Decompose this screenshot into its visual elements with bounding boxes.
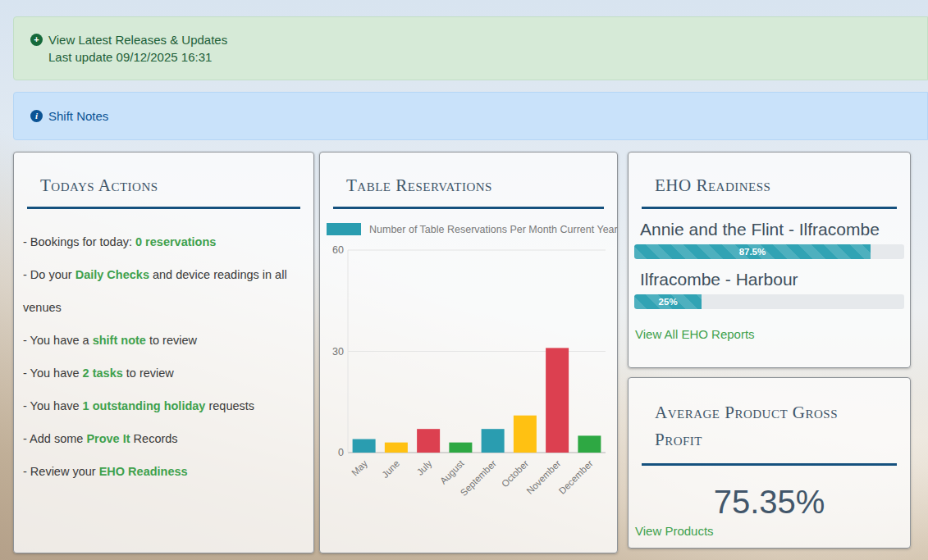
action-link[interactable]: shift note	[93, 334, 146, 347]
svg-text:October: October	[500, 458, 531, 489]
action-item: - You have 1 outstanding holiday request…	[23, 389, 302, 422]
svg-text:June: June	[380, 458, 401, 480]
todays-actions-title: Todays Actions	[40, 175, 300, 196]
venue-name: Ilfracombe - Harbour	[640, 270, 898, 289]
action-item: - Add some Prove It Records	[23, 422, 302, 455]
title-underline	[333, 207, 604, 209]
svg-text:0: 0	[338, 447, 344, 458]
progress-fill: 87.5%	[634, 244, 871, 259]
svg-text:August: August	[438, 458, 466, 485]
view-all-eho-reports-link[interactable]: View All EHO Reports	[635, 327, 755, 341]
eho-readiness-title: EHO Readiness	[655, 175, 897, 196]
eho-venues: Annie and the Flint - Ilfracombe87.5%Ilf…	[629, 220, 910, 309]
action-text: requests	[205, 399, 254, 412]
reservations-chart: Number of Table Reservations Per Month C…	[320, 223, 617, 509]
svg-text:60: 60	[332, 244, 344, 256]
action-item: - Bookings for today: 0 reservations	[23, 225, 302, 258]
table-reservations-title: Table Reservations	[346, 175, 604, 196]
gross-profit-value: 75.35%	[629, 484, 910, 521]
action-text: to review	[146, 334, 197, 347]
panels-row: Todays Actions - Bookings for today: 0 r…	[13, 152, 928, 553]
svg-text:May: May	[350, 458, 369, 478]
svg-text:December: December	[557, 458, 595, 496]
title-underline	[642, 463, 897, 466]
gross-profit-title: Average Product Gross Profit	[655, 399, 877, 453]
title-underline	[27, 207, 300, 209]
action-text: - You have	[23, 399, 83, 412]
eho-readiness-panel: EHO Readiness Annie and the Flint - Ilfr…	[628, 152, 911, 368]
last-update-text: Last update 09/12/2025 16:31	[48, 50, 912, 64]
action-link[interactable]: 2 tasks	[83, 367, 123, 380]
info-circle-icon: i	[30, 110, 43, 122]
view-products-link[interactable]: View Products	[635, 524, 714, 538]
action-text: to review	[123, 367, 174, 380]
releases-link[interactable]: View Latest Releases & Updates	[48, 33, 227, 47]
venue-name: Annie and the Flint - Ilfracombe	[640, 220, 898, 239]
action-link[interactable]: 0 reservations	[135, 235, 216, 248]
svg-text:30: 30	[332, 346, 344, 357]
action-link[interactable]: Prove It	[86, 432, 130, 445]
plus-circle-icon: +	[30, 34, 43, 46]
progress-bar: 87.5%	[634, 244, 904, 259]
chart-legend: Number of Table Reservations Per Month C…	[327, 223, 610, 235]
action-item: - Do your Daily Checks and device readin…	[23, 258, 302, 324]
reservations-bar-chart: 03060MayJuneJulyAugustSeptemberOctoberNo…	[327, 235, 610, 509]
shift-notes-banner[interactable]: i Shift Notes	[13, 92, 928, 140]
action-link[interactable]: Daily Checks	[75, 268, 149, 281]
action-text: - You have	[23, 367, 83, 380]
svg-text:July: July	[415, 458, 434, 477]
todays-actions-list: - Bookings for today: 0 reservations- Do…	[23, 225, 302, 488]
action-item: - You have a shift note to review	[23, 324, 302, 357]
action-link[interactable]: EHO Readiness	[99, 465, 188, 478]
right-column: EHO Readiness Annie and the Flint - Ilfr…	[628, 152, 911, 549]
legend-label: Number of Table Reservations Per Month C…	[369, 224, 618, 235]
svg-text:November: November	[525, 458, 563, 496]
action-item: - Review your EHO Readiness	[23, 455, 302, 488]
table-reservations-panel: Table Reservations Number of Table Reser…	[319, 152, 618, 553]
action-text: - You have a	[23, 334, 93, 347]
action-text: - Bookings for today:	[23, 235, 135, 248]
legend-swatch	[327, 223, 361, 235]
dashboard-page: + View Latest Releases & Updates Last up…	[0, 0, 928, 553]
releases-banner: + View Latest Releases & Updates Last up…	[13, 16, 928, 80]
action-text: - Add some	[23, 432, 86, 445]
shift-notes-label[interactable]: Shift Notes	[48, 109, 108, 123]
action-text: Records	[130, 432, 178, 445]
action-link[interactable]: 1 outstanding holiday	[83, 399, 206, 412]
progress-bar: 25%	[634, 294, 904, 309]
action-item: - You have 2 tasks to review	[23, 357, 302, 389]
todays-actions-panel: Todays Actions - Bookings for today: 0 r…	[13, 152, 314, 553]
action-text: - Review your	[23, 465, 99, 478]
title-underline	[642, 207, 897, 209]
gross-profit-panel: Average Product Gross Profit 75.35% View…	[628, 377, 911, 549]
action-text: - Do your	[23, 268, 75, 281]
progress-fill: 25%	[634, 294, 702, 309]
